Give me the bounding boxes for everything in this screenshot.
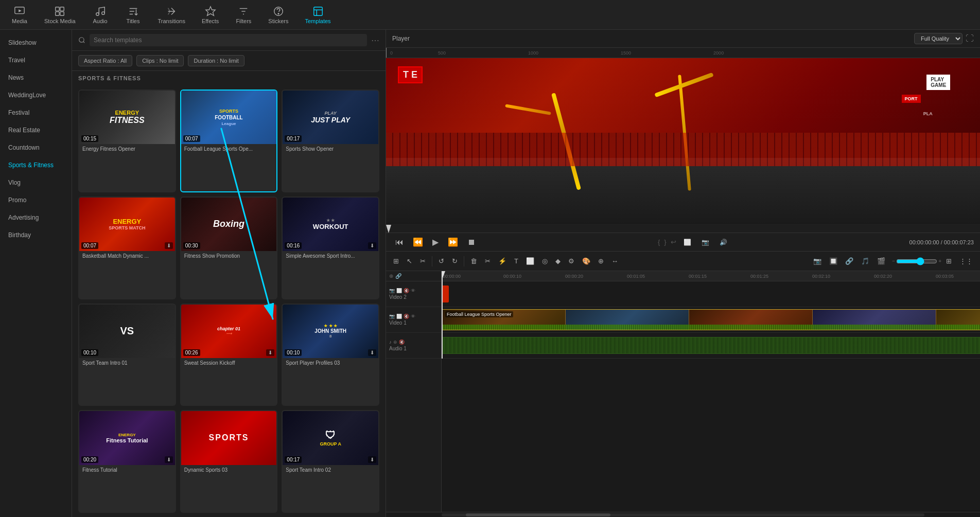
link-btn[interactable]: 🔗 bbox=[842, 255, 856, 267]
toolbar-transitions[interactable]: Transitions bbox=[151, 3, 192, 27]
download-icon: ⬇ bbox=[368, 349, 376, 356]
add-track-icon[interactable]: ⊕ bbox=[389, 273, 393, 279]
video2-track bbox=[442, 281, 980, 307]
pip-btn[interactable]: ◎ bbox=[539, 255, 551, 267]
keyframe-btn[interactable]: ◆ bbox=[552, 255, 564, 267]
duration-filter[interactable]: Duration : No limit bbox=[188, 55, 244, 66]
sidebar-item-festival[interactable]: Festival bbox=[0, 104, 72, 121]
link-track-icon[interactable]: 🔗 bbox=[395, 273, 401, 279]
toolbar-templates[interactable]: Templates bbox=[297, 3, 338, 27]
audio1-track bbox=[442, 333, 980, 359]
small-red-clip[interactable] bbox=[442, 286, 449, 302]
download-icon: ⬇ bbox=[368, 242, 376, 249]
volume-btn[interactable]: 🔊 bbox=[716, 238, 730, 247]
svg-rect-4 bbox=[56, 11, 59, 15]
sidebar-item-news[interactable]: News bbox=[0, 69, 72, 86]
sidebar-item-travel[interactable]: Travel bbox=[0, 51, 72, 69]
section-title: SPORTS & FITNESS bbox=[72, 71, 386, 85]
audio-clip[interactable] bbox=[442, 337, 980, 354]
ripple-btn[interactable]: ✂ bbox=[417, 255, 429, 267]
template-card-team-intro-01[interactable]: VS 00:10 Sport Team Intro 01 bbox=[78, 304, 176, 406]
audio-sync-btn[interactable]: 🎵 bbox=[858, 255, 872, 267]
delete-btn[interactable]: 🗑 bbox=[467, 255, 480, 267]
crop-btn[interactable]: ⬜ bbox=[523, 255, 537, 267]
toolbar-audio[interactable]: Audio bbox=[85, 3, 116, 27]
stabilize-btn[interactable]: ⊕ bbox=[595, 255, 607, 267]
stop-btn[interactable]: ⏹ bbox=[464, 237, 479, 248]
zoom-in-icon: + bbox=[938, 258, 941, 264]
select-tool-btn[interactable]: ↖ bbox=[404, 255, 415, 267]
audio-add-icon[interactable]: ⊕ bbox=[393, 340, 397, 345]
search-input[interactable] bbox=[90, 34, 367, 46]
snap-btn[interactable]: 🔲 bbox=[826, 255, 841, 267]
undo-btn[interactable]: ↺ bbox=[435, 255, 447, 267]
fit-btn[interactable]: ⊞ bbox=[943, 255, 955, 267]
more-options-btn[interactable]: ⋮⋮ bbox=[956, 255, 976, 267]
add-media-btn[interactable]: ⊞ bbox=[390, 255, 402, 267]
template-duration: 00:20 bbox=[81, 456, 98, 463]
step-back-btn[interactable]: ⏪ bbox=[410, 236, 426, 248]
template-card-fitness-show[interactable]: Boxing 00:30 Fitness Show Promotion bbox=[180, 197, 278, 299]
track-mute-icon2[interactable]: 🔇 bbox=[404, 314, 409, 319]
split-btn[interactable]: ⚡ bbox=[495, 255, 510, 267]
aspect-ratio-filter[interactable]: Aspect Ratio : All bbox=[78, 55, 132, 66]
template-card-basketball[interactable]: ENERGY SPORTS MATCH 00:07 ⬇ Basketball M… bbox=[78, 197, 176, 299]
step-forward-btn[interactable]: ⏩ bbox=[445, 236, 461, 248]
timeline-tracks-area[interactable]: 00:00:00 00:00:10 00:00:20 00:01:05 00:0… bbox=[442, 271, 980, 512]
timeline-scroll-thumb[interactable] bbox=[466, 513, 610, 516]
toolbar-stock-media[interactable]: Stock Media bbox=[37, 3, 83, 27]
audio-mute-icon[interactable]: 🔇 bbox=[399, 340, 405, 345]
quality-select[interactable]: Full Quality 1/2 Quality 1/4 Quality bbox=[914, 33, 962, 44]
template-card-football[interactable]: SPORTS FOOTBALL League 00:07 Football Le… bbox=[180, 90, 278, 192]
sidebar-item-slideshow[interactable]: Slideshow bbox=[0, 34, 72, 51]
toolbar-filters[interactable]: Filters bbox=[228, 3, 259, 27]
color-btn[interactable]: 🎨 bbox=[579, 255, 593, 267]
toolbar-effects[interactable]: Effects bbox=[195, 3, 226, 27]
multi-cam-btn[interactable]: 🎬 bbox=[874, 255, 888, 267]
sidebar-item-promo[interactable]: Promo bbox=[0, 191, 72, 209]
template-duration: 00:16 bbox=[285, 242, 302, 249]
sidebar-item-birthday[interactable]: Birthday bbox=[0, 226, 72, 244]
template-card-energy-fitness[interactable]: ENERGYFITNESS 00:15 Energy Fitness Opene… bbox=[78, 90, 176, 192]
toolbar-titles[interactable]: Titles bbox=[118, 3, 149, 27]
track-mute-icon[interactable]: 🔇 bbox=[404, 288, 409, 293]
sidebar-item-real-estate[interactable]: Real Estate bbox=[0, 121, 72, 139]
fullscreen-icon[interactable]: ⛶ bbox=[966, 34, 974, 43]
adjust-btn[interactable]: ⚙ bbox=[565, 255, 577, 267]
text-btn[interactable]: T bbox=[511, 255, 521, 267]
toolbar-stickers[interactable]: Stickers bbox=[261, 3, 295, 27]
track-eye-icon[interactable]: 👁 bbox=[411, 288, 415, 293]
search-options-icon[interactable]: ⋯ bbox=[371, 35, 379, 45]
track-eye-icon2[interactable]: 👁 bbox=[411, 314, 415, 319]
sidebar-item-countdown[interactable]: Countdown bbox=[0, 139, 72, 156]
sidebar-item-advertising[interactable]: Advertising bbox=[0, 209, 72, 226]
template-card-workout[interactable]: ★ ★ WORKOUT 00:16 ⬇ Simple Awesome Sport… bbox=[282, 197, 379, 299]
cut-btn[interactable]: ✂ bbox=[482, 255, 494, 267]
template-name: Football League Sports Ope... bbox=[181, 144, 277, 155]
cam-btn[interactable]: 📷 bbox=[810, 255, 825, 267]
toolbar-media[interactable]: Media bbox=[4, 3, 35, 27]
redo-btn[interactable]: ↻ bbox=[449, 255, 461, 267]
svg-rect-14 bbox=[313, 7, 322, 15]
template-name: Sports Show Opener bbox=[283, 144, 378, 155]
template-card-dynamic-sports[interactable]: SPORTS Dynamic Sports 03 bbox=[180, 410, 278, 513]
clip-monitor-btn[interactable]: ⬜ bbox=[680, 238, 694, 247]
main-video-clip[interactable]: Football League Sports Opener Click to R… bbox=[442, 309, 980, 330]
template-card-sweat[interactable]: chapter 01 ⟶ 00:26 ⬇ Sweat Session Kicko… bbox=[180, 304, 278, 406]
lift-icon[interactable]: ↩ bbox=[671, 238, 676, 246]
template-card-player-profiles[interactable]: ★ ★ ★ JOHN SMITH 8 00:10 ⬇ Sport Player … bbox=[282, 304, 379, 406]
template-card-fitness-tutorial[interactable]: ENERGY Fitness Tutorial 00:20 ⬇ Fitness … bbox=[78, 410, 176, 513]
sidebar-item-weddinglove[interactable]: WeddingLove bbox=[0, 86, 72, 104]
clips-filter[interactable]: Clips : No limit bbox=[136, 55, 184, 66]
out-point-icon[interactable]: } bbox=[664, 238, 666, 246]
sidebar-item-vlog[interactable]: Vlog bbox=[0, 174, 72, 191]
template-card-sports-show[interactable]: PLAY JUST PLAY 00:17 Sports Show Opener bbox=[282, 90, 379, 192]
rewind-btn[interactable]: ⏮ bbox=[392, 237, 407, 248]
template-card-group-sport[interactable]: 🛡 GROUP A 00:17 ⬇ Sport Team Intro 02 bbox=[282, 410, 379, 513]
play-btn[interactable]: ▶ bbox=[429, 236, 442, 248]
timeline-zoom-slider[interactable] bbox=[896, 257, 937, 265]
in-point-icon[interactable]: { bbox=[658, 238, 660, 246]
motion-btn[interactable]: ↔ bbox=[608, 255, 621, 267]
snapshot-btn[interactable]: 📷 bbox=[698, 238, 712, 247]
sidebar-item-sports-fitness[interactable]: Sports & Fitness bbox=[0, 156, 72, 174]
